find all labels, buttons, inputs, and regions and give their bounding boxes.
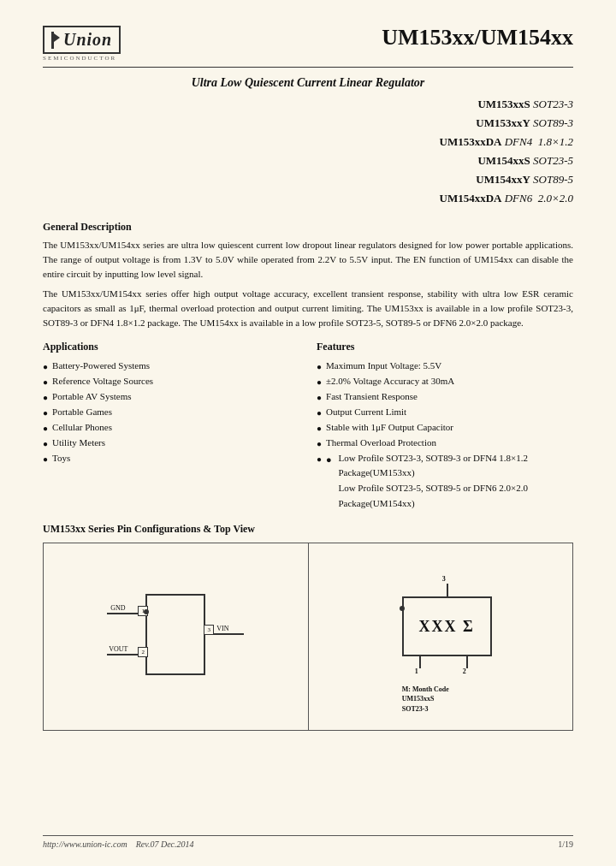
features-title: Features (317, 341, 573, 353)
footer-page: 1/19 (558, 839, 573, 849)
general-description-p1: The UM153xx/UM154xx series are ultra low… (43, 238, 573, 282)
general-description-p2: The UM153xx/UM154xx series offer high ou… (43, 287, 573, 330)
topview-caption: M: Month Code UM153xxS SOT23-3 (402, 685, 449, 714)
chip-body (145, 594, 205, 675)
topview-chip-label: XXX Σ (419, 618, 475, 636)
feat-item-4: Output Current Limit (317, 405, 573, 420)
page: Union SEMICONDUCTOR UM153xx/UM154xx Ultr… (0, 0, 616, 866)
subtitle: Ultra Low Quiescent Current Linear Regul… (43, 76, 573, 90)
logo-area: Union SEMICONDUCTOR (43, 26, 121, 62)
logo-box: Union (43, 26, 121, 54)
topview-pin2-num: 2 (463, 667, 466, 675)
footer: http://www.union-ic.com Rev.07 Dec.2014 … (43, 835, 573, 849)
part-variants: UM153xxS SOT23-3 UM153xxY SOT89-3 UM153x… (43, 95, 573, 209)
footer-url: http://www.union-ic.com (43, 839, 127, 849)
header-divider (43, 67, 573, 68)
applications-col: Applications Battery-Powered Systems Ref… (43, 341, 299, 511)
caption-line2: UM153xxS (402, 695, 435, 703)
topview-pin3: 3 (442, 575, 446, 583)
logo-sub: SEMICONDUCTOR (43, 55, 116, 62)
general-description-title: General Description (43, 221, 573, 234)
svg-marker-1 (54, 33, 60, 42)
pin-config-title: UM153xx Series Pin Configurations & Top … (43, 523, 573, 536)
footer-url-rev: http://www.union-ic.com Rev.07 Dec.2014 (43, 839, 194, 849)
pin-left: GND 1 VOUT 2 3 VIN (44, 543, 309, 730)
topview-dot (400, 606, 405, 611)
variant-4: UM154xxS SOT23-5 (43, 151, 573, 170)
pin2-label: VOUT (109, 645, 127, 653)
topview-chip-body: XXX Σ (402, 596, 492, 656)
variant-1: UM153xxS SOT23-3 (43, 95, 573, 114)
variant-2: UM153xxY SOT89-3 (43, 114, 573, 133)
logo-flag-icon (51, 32, 60, 49)
topview-pin2-line (466, 656, 468, 668)
feat-item-1: Maximum Input Voltage: 5.5V (317, 359, 573, 374)
topview-pin1-num: 1 (415, 667, 418, 675)
app-item-1: Battery-Powered Systems (43, 359, 299, 374)
feat-item-6: Thermal Overload Protection (317, 436, 573, 451)
applications-list: Battery-Powered Systems Reference Voltag… (43, 359, 299, 466)
applications-title: Applications (43, 341, 299, 353)
feat-item-5: Stable with 1μF Output Capacitor (317, 420, 573, 436)
pin-config-box: GND 1 VOUT 2 3 VIN 3 (43, 543, 573, 731)
footer-rev: Rev.07 Dec.2014 (136, 839, 194, 849)
pin-right: 3 XXX Σ 1 2 M: Month Code UM153xxS (309, 543, 573, 730)
logo-text: Union (63, 30, 112, 50)
topview-diagram: 3 XXX Σ 1 2 M: Month Code UM153xxS (364, 568, 518, 705)
variant-5: UM154xxY SOT89-5 (43, 170, 573, 189)
two-col-section: Applications Battery-Powered Systems Ref… (43, 341, 573, 511)
feat-item-3: Fast Transient Response (317, 389, 573, 405)
pin3-label: VIN (216, 625, 228, 632)
features-col: Features Maximum Input Voltage: 5.5V ±2.… (317, 341, 573, 511)
caption-line3: SOT23-3 (402, 705, 429, 713)
app-item-2: Reference Voltage Sources (43, 374, 299, 389)
app-item-3: Portable AV Systems (43, 389, 299, 405)
pin1-label: GND (110, 604, 125, 612)
variant-6: UM154xxDA DFN6 2.0×2.0 (43, 189, 573, 208)
pin2-num: 2 (138, 647, 148, 657)
topview-pin3-line (447, 584, 448, 596)
app-item-7: Toys (43, 451, 299, 466)
app-item-5: Cellular Phones (43, 420, 299, 436)
feat-item-7: ● Low Profile SOT23-3, SOT89-3 or DFN4 1… (317, 451, 573, 511)
app-item-4: Portable Games (43, 405, 299, 420)
svg-rect-0 (51, 32, 54, 49)
topview-pin1-line (419, 656, 421, 668)
sot23-diagram: GND 1 VOUT 2 3 VIN (107, 568, 244, 705)
app-item-6: Utility Meters (43, 436, 299, 451)
variant-3: UM153xxDA DFN4 1.8×1.2 (43, 133, 573, 151)
feat-item-2: ±2.0% Voltage Accuracy at 30mA (317, 374, 573, 389)
caption-line1: M: Month Code (402, 685, 449, 693)
features-list: Maximum Input Voltage: 5.5V ±2.0% Voltag… (317, 359, 573, 511)
part-number: UM153xx/UM154xx (382, 26, 573, 50)
pin3-num: 3 (204, 625, 214, 635)
header: Union SEMICONDUCTOR UM153xx/UM154xx (43, 26, 573, 62)
